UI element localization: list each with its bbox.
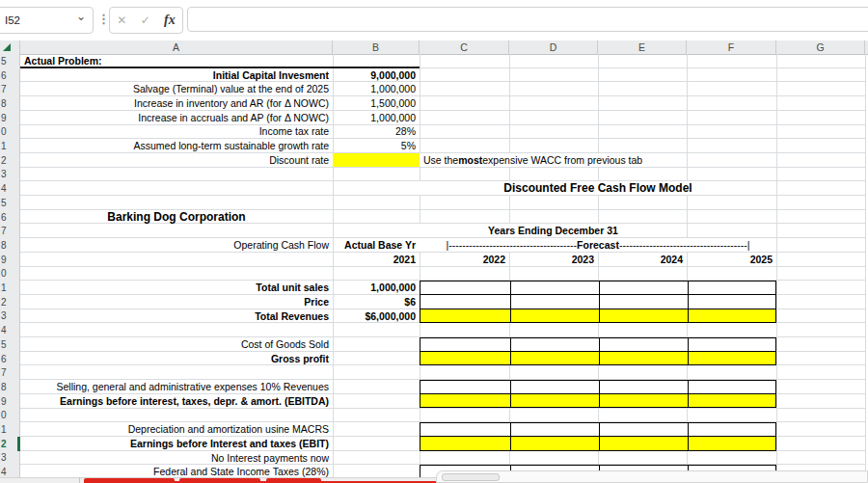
cell-block-C49-F49[interactable] bbox=[420, 394, 776, 409]
cell-A53[interactable]: No Interest payments now bbox=[20, 451, 333, 465]
column-header-A[interactable]: A bbox=[20, 40, 333, 54]
row-header-35[interactable]: 5 bbox=[0, 196, 20, 210]
cell-A31[interactable]: Assumed long-term sustainable growth rat… bbox=[20, 139, 333, 152]
cell-border-divider bbox=[599, 423, 600, 436]
row-header-45[interactable]: 5 bbox=[0, 337, 20, 352]
cell-A25[interactable]: Actual Problem: bbox=[20, 54, 333, 67]
cell-A28[interactable]: Increase in inventory and AR (for Δ NOWC… bbox=[20, 96, 333, 110]
row-header-43[interactable]: 3 bbox=[0, 309, 20, 324]
name-box[interactable]: I52 ⌄ bbox=[0, 7, 94, 34]
row-header-44[interactable]: 4 bbox=[0, 323, 20, 337]
cell-block-C52-F52[interactable] bbox=[420, 437, 776, 451]
cell-B42[interactable]: $6 bbox=[333, 295, 420, 309]
cell-CE32[interactable]: Use the most expensive WACC from previou… bbox=[420, 153, 687, 167]
column-header-C[interactable]: C bbox=[420, 40, 509, 54]
cell-A51[interactable]: Depreciation and amortization usine MACR… bbox=[20, 422, 333, 436]
column-header-D[interactable]: D bbox=[509, 40, 598, 54]
cell-B27[interactable]: 1,000,000 bbox=[333, 82, 420, 95]
cell-block-C43-F43[interactable] bbox=[420, 309, 776, 324]
cell-C39[interactable]: 2022 bbox=[420, 253, 509, 266]
row-header-52[interactable]: 2 bbox=[0, 437, 20, 451]
sheet-tab-2[interactable] bbox=[179, 478, 260, 483]
cell-A41[interactable]: Total unit sales bbox=[20, 281, 333, 294]
sheet-tab-1[interactable] bbox=[84, 478, 175, 483]
cell-block-C41-F41[interactable] bbox=[420, 281, 776, 295]
cell-F39[interactable]: 2025 bbox=[687, 253, 776, 266]
row-header-46[interactable]: 6 bbox=[0, 352, 20, 366]
cell-A29[interactable]: Increase in accruals and AP (for Δ NOWC) bbox=[20, 111, 333, 124]
confirm-icon[interactable]: ✓ bbox=[141, 13, 150, 27]
row-header-30[interactable]: 0 bbox=[0, 125, 20, 140]
sheet-tab-3[interactable] bbox=[266, 478, 321, 483]
cell-A49[interactable]: Earnings before interest, taxes, depr. &… bbox=[20, 394, 333, 408]
cell-B29[interactable]: 1,000,000 bbox=[333, 111, 420, 124]
row-header-38[interactable]: 8 bbox=[0, 238, 20, 253]
cell-B32[interactable] bbox=[333, 153, 420, 167]
cell-block-C48-F48[interactable] bbox=[420, 380, 776, 394]
cell-B41[interactable]: 1,000,000 bbox=[333, 281, 420, 294]
cell-A32[interactable]: Discount rate bbox=[20, 153, 333, 167]
row-header-25[interactable]: 5 bbox=[0, 54, 20, 68]
cell-B26[interactable]: 9,000,000 bbox=[333, 68, 420, 82]
cell-B38[interactable]: Actual Base Yr bbox=[333, 238, 420, 252]
row-header-32[interactable]: 2 bbox=[0, 153, 20, 168]
row-header-49[interactable]: 9 bbox=[0, 394, 20, 409]
row-header-48[interactable]: 8 bbox=[0, 380, 20, 394]
cell-B31[interactable]: 5% bbox=[333, 139, 420, 152]
cell-B39[interactable]: 2021 bbox=[333, 253, 420, 266]
row-header-47[interactable]: 7 bbox=[0, 365, 20, 380]
cell-A26[interactable]: Initial Capital Invesment bbox=[20, 68, 333, 82]
row-header-42[interactable]: 2 bbox=[0, 295, 20, 309]
cell-B28[interactable]: 1,500,000 bbox=[333, 96, 420, 110]
cell-block-C46-F46[interactable] bbox=[420, 352, 776, 366]
row-header-41[interactable]: 1 bbox=[0, 281, 20, 295]
row-header-37[interactable]: 7 bbox=[0, 224, 20, 238]
cell-E39[interactable]: 2024 bbox=[598, 253, 687, 266]
cell-B43[interactable]: $6,000,000 bbox=[333, 309, 420, 323]
cell-block-C45-F45[interactable] bbox=[420, 337, 776, 352]
row-header-31[interactable]: 1 bbox=[0, 139, 20, 153]
cell-A45[interactable]: Cost of Goods Sold bbox=[20, 337, 333, 351]
row-header-28[interactable]: 8 bbox=[0, 96, 20, 111]
row-header-27[interactable]: 7 bbox=[0, 82, 20, 96]
cell-A52[interactable]: Earnings before Interest and taxes (EBIT… bbox=[20, 437, 333, 450]
row-header-34[interactable]: 4 bbox=[0, 181, 20, 196]
row-header-50[interactable]: 0 bbox=[0, 409, 20, 423]
cell-A27[interactable]: Salvage (Terminal) value at the end of 2… bbox=[20, 82, 333, 95]
row-header-26[interactable]: 6 bbox=[0, 68, 20, 83]
cell-A43[interactable]: Total Revenues bbox=[20, 309, 333, 323]
row-header-33[interactable]: 3 bbox=[0, 168, 20, 182]
scrollbar-thumb[interactable] bbox=[442, 473, 500, 481]
cell-A36[interactable]: Barking Dog Corporation bbox=[20, 210, 333, 224]
row-header-29[interactable]: 9 bbox=[0, 111, 20, 125]
cell-A38[interactable]: Operating Cash Flow bbox=[20, 238, 333, 252]
column-header-F[interactable]: F bbox=[687, 40, 776, 54]
cell-block-C42-F42[interactable] bbox=[420, 295, 776, 309]
horizontal-scrollbar[interactable] bbox=[436, 470, 868, 483]
cell-CE37[interactable]: Years Ending December 31 bbox=[420, 224, 687, 237]
cell-D39[interactable]: 2023 bbox=[509, 253, 598, 266]
cell-A30[interactable]: Income tax rate bbox=[20, 125, 333, 139]
cell-CF34[interactable]: Discounted Free Cash Flow Model bbox=[420, 181, 776, 195]
insert-function-icon[interactable]: fx bbox=[164, 13, 176, 28]
row-header-40[interactable]: 0 bbox=[0, 267, 20, 282]
tab-strip-divider bbox=[79, 477, 80, 483]
row-header-36[interactable]: 6 bbox=[0, 210, 20, 225]
column-header-G[interactable]: G bbox=[776, 40, 865, 54]
sheet-row-41: 1Total unit sales1,000,000 bbox=[0, 281, 868, 295]
chevron-down-icon[interactable]: ⌄ bbox=[76, 10, 86, 23]
cell-A48[interactable]: Selling, general and administrative expe… bbox=[20, 380, 333, 393]
cancel-icon[interactable]: ✕ bbox=[117, 13, 126, 27]
cell-B30[interactable]: 28% bbox=[333, 125, 420, 139]
cell-block-C51-F51[interactable] bbox=[420, 422, 776, 437]
row-header-53[interactable]: 3 bbox=[0, 451, 20, 466]
cell-A42[interactable]: Price bbox=[20, 295, 333, 309]
select-all-corner[interactable] bbox=[0, 40, 20, 54]
row-header-39[interactable]: 9 bbox=[0, 253, 20, 267]
column-header-B[interactable]: B bbox=[333, 40, 420, 54]
formula-input[interactable] bbox=[187, 7, 868, 32]
column-header-E[interactable]: E bbox=[598, 40, 687, 54]
row-header-51[interactable]: 1 bbox=[0, 422, 20, 437]
cell-A46[interactable]: Gross profit bbox=[20, 352, 333, 365]
cell-CF38[interactable]: |--------------------------------------F… bbox=[420, 238, 776, 252]
